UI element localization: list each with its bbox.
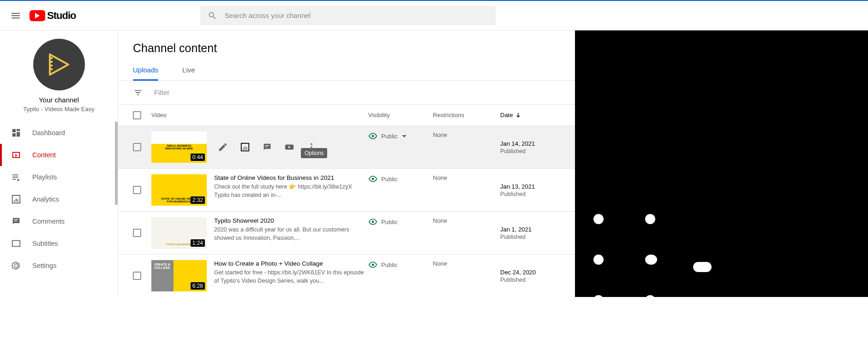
sidebar: Your channel Typito - Videos Made Easy D… xyxy=(0,30,118,297)
channel-avatar[interactable] xyxy=(33,39,85,90)
restrictions-cell: None xyxy=(433,131,500,138)
table-row[interactable]: CREATE ACOLLAGE 6:28 How to Create a Pho… xyxy=(118,255,575,297)
public-icon xyxy=(368,174,377,184)
tabs: Uploads Live xyxy=(118,55,575,81)
youtube-icon[interactable] xyxy=(284,142,294,152)
svg-point-6 xyxy=(372,135,374,137)
nav-dashboard[interactable]: Dashboard xyxy=(0,122,118,144)
duration-badge: 2:32 xyxy=(191,196,205,204)
main-content: Channel content Uploads Live Video Visib… xyxy=(118,30,575,297)
row-checkbox[interactable] xyxy=(133,272,141,280)
subtitles-icon xyxy=(11,238,21,249)
duration-badge: 0:44 xyxy=(191,154,205,161)
visibility-cell[interactable]: Public xyxy=(368,260,433,269)
filter-icon[interactable] xyxy=(133,88,143,98)
nav-content[interactable]: Content xyxy=(0,144,118,166)
sort-down-icon xyxy=(515,112,522,119)
nav-analytics[interactable]: Analytics xyxy=(0,188,118,210)
playlists-icon xyxy=(11,172,21,182)
col-date[interactable]: Date xyxy=(500,112,560,119)
filter-input[interactable] xyxy=(154,89,246,96)
filter-bar xyxy=(118,81,575,105)
nav-comments[interactable]: Comments xyxy=(0,210,118,232)
scroll-indicator[interactable] xyxy=(115,122,118,205)
svg-point-9 xyxy=(372,264,374,266)
youtube-icon xyxy=(30,10,45,21)
col-video[interactable]: Video xyxy=(151,112,368,119)
comments-icon[interactable] xyxy=(262,142,272,152)
video-description: 2020 was a difficult year for us all. Bu… xyxy=(214,226,368,242)
svg-point-3 xyxy=(311,143,312,145)
visibility-cell[interactable]: Public xyxy=(368,217,433,226)
nav-settings[interactable]: Settings xyxy=(0,255,118,277)
restrictions-cell: None xyxy=(433,260,500,267)
search-icon xyxy=(208,11,217,21)
svg-point-8 xyxy=(372,221,374,223)
video-title[interactable]: State of Online Videos for Business in 2… xyxy=(214,174,368,181)
overlay-panel xyxy=(575,30,868,297)
date-cell: Jan 14, 2021Published xyxy=(500,140,535,154)
gear-icon xyxy=(11,261,21,271)
select-all-checkbox[interactable] xyxy=(133,111,141,119)
svg-point-7 xyxy=(372,178,374,180)
comments-icon xyxy=(11,216,21,226)
search-input[interactable] xyxy=(225,12,488,19)
tab-live[interactable]: Live xyxy=(182,66,195,80)
date-cell: Dec 24, 2020Published xyxy=(500,269,536,283)
tab-uploads[interactable]: Uploads xyxy=(133,66,158,80)
options-tooltip: Options xyxy=(301,148,327,158)
col-restrictions[interactable]: Restrictions xyxy=(433,112,500,119)
header: Studio xyxy=(0,1,868,30)
video-thumbnail[interactable]: TYPITO SHOWREEL 1:24 xyxy=(151,217,207,249)
content-icon xyxy=(11,150,21,160)
page-title: Channel content xyxy=(118,30,575,55)
search-bar[interactable] xyxy=(200,6,496,25)
row-checkbox[interactable] xyxy=(133,186,141,194)
edit-icon[interactable] xyxy=(218,142,228,152)
channel-play-icon xyxy=(45,51,73,78)
date-cell: Jan 13, 2021Published xyxy=(500,183,535,197)
video-thumbnail[interactable]: STATE OF ONLINE VIDEOSFOR BUSINESS IN 2:… xyxy=(151,174,207,206)
video-description: Check out the full study here 👉 https://… xyxy=(214,183,368,199)
channel-label: Your channel xyxy=(39,96,79,104)
video-thumbnail[interactable]: CREATE ACOLLAGE 6:28 xyxy=(151,260,207,291)
studio-logo[interactable]: Studio xyxy=(30,10,76,22)
channel-name: Typito - Videos Made Easy xyxy=(23,106,94,113)
dashboard-icon xyxy=(11,128,21,138)
table-row[interactable]: TYPITO SHOWREEL 1:24 Typito Showreel 202… xyxy=(118,212,575,255)
duration-badge: 1:24 xyxy=(191,239,205,247)
restrictions-cell: None xyxy=(433,174,500,181)
logo-text: Studio xyxy=(47,10,76,22)
visibility-cell[interactable]: Public xyxy=(368,131,433,141)
public-icon xyxy=(368,260,377,269)
video-title[interactable]: How to Create a Photo + Video Collage xyxy=(214,260,368,267)
restrictions-cell: None xyxy=(433,217,500,224)
public-icon xyxy=(368,131,377,141)
table-row[interactable]: SMALL BUSINESSINNOVATING IN DIRE 0:44 Op… xyxy=(118,126,575,169)
visibility-cell[interactable]: Public xyxy=(368,174,433,184)
row-checkbox[interactable] xyxy=(133,229,141,237)
table-header: Video Visibility Restrictions Date xyxy=(118,105,575,126)
video-title[interactable]: Typito Showreel 2020 xyxy=(214,217,368,224)
video-thumbnail[interactable]: SMALL BUSINESSINNOVATING IN DIRE 0:44 xyxy=(151,131,207,163)
nav-playlists[interactable]: Playlists xyxy=(0,166,118,188)
menu-button[interactable] xyxy=(7,7,24,24)
nav-subtitles[interactable]: Subtitles xyxy=(0,232,118,255)
col-visibility[interactable]: Visibility xyxy=(368,112,433,119)
hamburger-icon xyxy=(10,10,21,21)
date-cell: Jan 1, 2021Published xyxy=(500,226,532,240)
table-row[interactable]: STATE OF ONLINE VIDEOSFOR BUSINESS IN 2:… xyxy=(118,169,575,212)
video-description: Get started for free - https://bit.ly/2W… xyxy=(214,269,368,285)
analytics-icon xyxy=(11,194,21,204)
row-checkbox[interactable] xyxy=(133,143,141,151)
analytics-icon[interactable] xyxy=(240,142,250,152)
public-icon xyxy=(368,217,377,226)
duration-badge: 6:28 xyxy=(191,282,205,290)
caret-down-icon xyxy=(402,135,407,137)
